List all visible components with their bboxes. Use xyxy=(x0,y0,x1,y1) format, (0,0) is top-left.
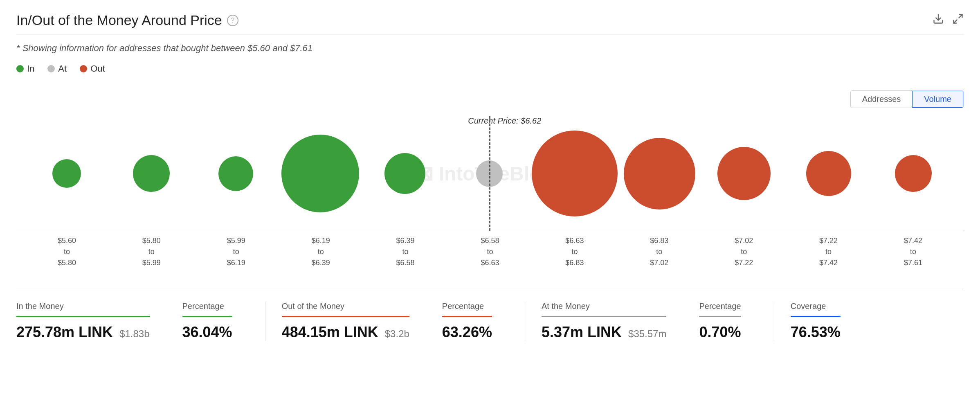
bubble-col-10 xyxy=(871,116,955,231)
bubble-0 xyxy=(52,159,81,188)
in-percentage-underline xyxy=(182,316,232,317)
bubble-col-2 xyxy=(193,116,278,231)
svg-line-1 xyxy=(959,15,962,18)
coverage-label: Coverage xyxy=(791,302,841,311)
bubble-4 xyxy=(384,153,425,194)
price-label-6: $6.63to$6.83 xyxy=(532,235,617,268)
price-label-4: $6.39to$6.58 xyxy=(363,235,448,268)
price-labels: $5.60to$5.80 $5.80to$5.99 $5.99to$6.19 $… xyxy=(16,235,964,268)
coverage-underline xyxy=(791,316,841,317)
page-header: In/Out of the Money Around Price ? xyxy=(16,12,964,35)
legend-label-out: Out xyxy=(90,63,105,74)
bubble-col-7 xyxy=(618,116,702,231)
divider-2 xyxy=(525,302,525,341)
chart-controls: Addresses Volume xyxy=(16,90,964,108)
price-label-7: $6.83to$7.02 xyxy=(617,235,701,268)
price-label-8: $7.02to$7.22 xyxy=(701,235,786,268)
in-percentage-group: Percentage 36.04% xyxy=(182,302,249,341)
at-the-money-value: 5.37m LINK $35.57m xyxy=(542,324,667,341)
header-left: In/Out of the Money Around Price ? xyxy=(16,12,238,28)
header-icons xyxy=(933,13,964,27)
svg-line-2 xyxy=(954,20,957,23)
out-the-money-group: Out of the Money 484.15m LINK $3.2b xyxy=(282,302,426,341)
toggle-group: Addresses Volume xyxy=(850,90,964,108)
bubble-col-8 xyxy=(702,116,787,231)
bubbles-container: ⊠ IntoTheBlock xyxy=(16,116,964,231)
in-percentage-value: 36.04% xyxy=(182,324,232,341)
price-label-1: $5.80to$5.99 xyxy=(109,235,194,268)
in-percentage-label: Percentage xyxy=(182,302,232,311)
bubble-col-4 xyxy=(362,116,447,231)
out-percentage-underline xyxy=(442,316,492,317)
price-label-2: $5.99to$6.19 xyxy=(194,235,279,268)
bubble-col-3 xyxy=(278,116,363,231)
out-the-money-value: 484.15m LINK $3.2b xyxy=(282,324,409,341)
divider-1 xyxy=(265,302,265,341)
legend: In At Out xyxy=(16,63,964,74)
bubble-col-6 xyxy=(532,116,618,231)
legend-dot-at xyxy=(47,65,55,72)
price-label-3: $6.19to$6.39 xyxy=(279,235,363,268)
legend-label-in: In xyxy=(27,63,34,74)
out-the-money-label: Out of the Money xyxy=(282,302,409,311)
price-label-0: $5.60to$5.80 xyxy=(25,235,109,268)
bubble-10 xyxy=(895,155,932,192)
at-percentage-underline xyxy=(699,316,741,317)
page-title: In/Out of the Money Around Price xyxy=(16,12,222,28)
legend-out: Out xyxy=(80,63,105,74)
in-the-money-label: In the Money xyxy=(16,302,150,311)
divider-3 xyxy=(774,302,774,341)
price-label-5: $6.58to$6.63 xyxy=(448,235,533,268)
at-percentage-group: Percentage 0.70% xyxy=(699,302,757,341)
bubble-col-5 xyxy=(447,116,532,231)
legend-dot-in xyxy=(16,65,24,72)
price-label-10: $7.42to$7.61 xyxy=(871,235,955,268)
expand-icon[interactable] xyxy=(952,13,964,27)
legend-at: At xyxy=(47,63,67,74)
bubble-col-0 xyxy=(25,116,109,231)
in-the-money-group: In the Money 275.78m LINK $1.83b xyxy=(16,302,166,341)
volume-button[interactable]: Volume xyxy=(912,91,963,108)
coverage-group: Coverage 76.53% xyxy=(791,302,857,341)
bubble-3 xyxy=(281,135,359,212)
coverage-value: 76.53% xyxy=(791,324,841,341)
bubble-8 xyxy=(717,147,771,200)
bubble-9 xyxy=(806,151,851,196)
chart-baseline xyxy=(16,231,964,231)
at-the-money-group: At the Money 5.37m LINK $35.57m xyxy=(542,302,683,341)
at-the-money-underline xyxy=(542,316,667,317)
at-percentage-value: 0.70% xyxy=(699,324,741,341)
bubble-col-9 xyxy=(787,116,871,231)
in-the-money-underline xyxy=(16,316,150,317)
out-the-money-underline xyxy=(282,316,409,317)
bubble-7 xyxy=(624,138,695,210)
price-label-9: $7.22to$7.42 xyxy=(786,235,871,268)
bubble-2 xyxy=(218,156,253,191)
bubble-1 xyxy=(133,155,170,192)
addresses-button[interactable]: Addresses xyxy=(851,91,913,108)
chart-area: Current Price: $6.62 ⊠ IntoTheBlock xyxy=(16,116,964,268)
in-the-money-value: 275.78m LINK $1.83b xyxy=(16,324,150,341)
out-percentage-label: Percentage xyxy=(442,302,492,311)
download-icon[interactable] xyxy=(933,13,944,27)
bubble-col-1 xyxy=(109,116,194,231)
legend-dot-out xyxy=(80,65,87,72)
help-icon[interactable]: ? xyxy=(227,15,238,26)
bubble-6 xyxy=(532,131,618,216)
legend-label-at: At xyxy=(58,63,67,74)
subtitle: * Showing information for addresses that… xyxy=(16,43,964,54)
stats-section: In the Money 275.78m LINK $1.83b Percent… xyxy=(16,289,964,341)
price-dotted-line xyxy=(489,116,490,231)
at-percentage-label: Percentage xyxy=(699,302,741,311)
at-the-money-label: At the Money xyxy=(542,302,667,311)
legend-in: In xyxy=(16,63,34,74)
out-percentage-group: Percentage 63.26% xyxy=(442,302,508,341)
out-percentage-value: 63.26% xyxy=(442,324,492,341)
